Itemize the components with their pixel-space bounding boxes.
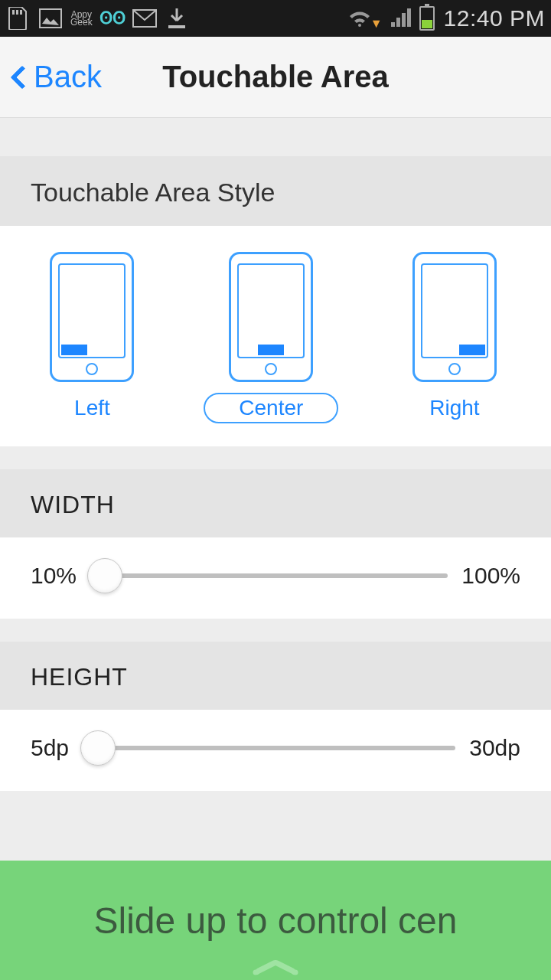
gallery-icon [38,6,63,31]
spacer [0,446,551,469]
signal-icon [389,6,413,31]
height-slider-row: 5dp 30dp [0,710,551,791]
phone-icon-left [50,252,134,382]
mail-icon [132,6,157,31]
chevron-up-icon [253,960,298,975]
style-label-left: Left [53,393,132,423]
section-header-style: Touchable Area Style [0,156,551,226]
width-slider[interactable] [90,560,448,591]
style-option-right[interactable]: Right [408,252,500,423]
goggles-icon: ʘʘ [100,6,125,31]
svg-rect-5 [168,25,185,28]
svg-rect-0 [12,10,15,15]
back-button[interactable]: Back [0,37,102,117]
android-status-bar: Appy Geek ʘʘ ▼ 12:40 PM [0,0,551,37]
svg-rect-1 [16,10,18,15]
style-label-right: Right [408,393,500,423]
data-arrow-icon: ▼ [370,17,383,31]
banner-text: Slide up to control cen [94,900,458,942]
phone-icon-center [229,252,313,382]
spacer [0,619,551,642]
width-max-label: 100% [461,563,520,589]
height-max-label: 30dp [469,735,520,761]
style-picker: Left Center Right [0,226,551,446]
phone-icon-right [412,252,497,382]
style-label-center: Center [204,393,338,423]
spacer [0,118,551,156]
status-left: Appy Geek ʘʘ [6,6,347,31]
back-label: Back [34,60,102,94]
status-clock: 12:40 PM [444,5,545,31]
app-header: Back Touchable Area [0,37,551,118]
section-header-height: HEIGHT [0,642,551,710]
svg-rect-2 [20,10,22,15]
status-right: ▼ 12:40 PM [347,5,545,31]
download-icon [165,6,189,31]
height-slider[interactable] [83,733,455,763]
sd-card-icon [6,6,31,31]
wifi-icon [347,6,372,31]
chevron-left-icon [10,65,34,89]
battery-icon [419,6,435,31]
section-header-width: WIDTH [0,469,551,537]
width-min-label: 10% [31,563,77,589]
appy-geek-icon: Appy Geek [70,11,93,26]
style-option-left[interactable]: Left [50,252,134,423]
width-slider-row: 10% 100% [0,537,551,619]
height-min-label: 5dp [31,735,69,761]
control-center-banner[interactable]: Slide up to control cen [0,861,551,980]
style-option-center[interactable]: Center [204,252,338,423]
